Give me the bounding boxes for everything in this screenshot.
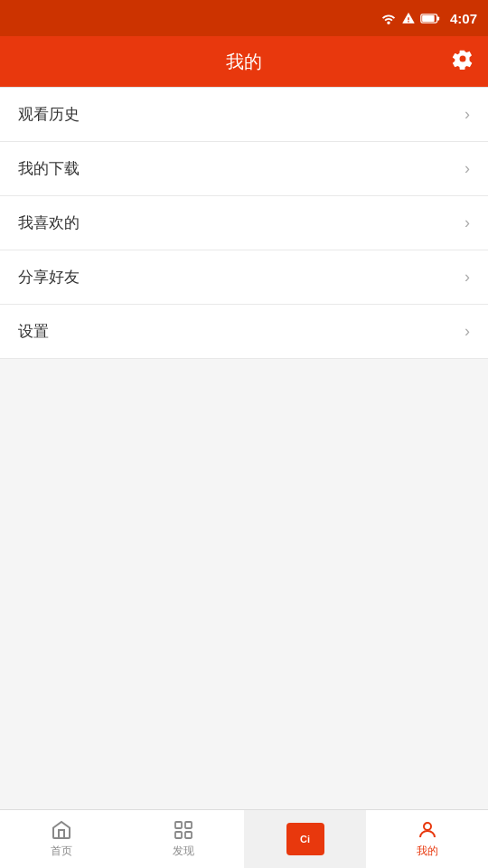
chevron-right-icon: › [465,268,470,287]
menu-item-share-label: 分享好友 [18,267,80,288]
nav-home-label: 首页 [51,844,72,859]
bottom-nav: 首页 发现 Ci 我的 [0,809,488,868]
menu-list: 观看历史 › 我的下载 › 我喜欢的 › 分享好友 › 设置 › [0,87,488,359]
nav-discover-label: 发现 [173,844,194,859]
status-icons: 4:07 [380,11,477,26]
menu-item-settings-label: 设置 [18,321,49,342]
page-title: 我的 [226,50,262,74]
nav-item-mine[interactable]: 我的 [366,810,488,868]
home-icon [51,819,72,841]
svg-point-10 [424,823,431,830]
wifi-icon [380,12,397,24]
nav-item-home[interactable]: 首页 [0,810,122,868]
logo-icon: Ci [286,823,324,855]
menu-item-settings[interactable]: 设置 › [0,305,488,359]
svg-rect-8 [175,832,182,838]
chevron-right-icon: › [465,105,470,124]
svg-rect-7 [185,822,192,828]
svg-rect-6 [175,822,182,828]
menu-item-history-label: 观看历史 [18,104,80,125]
settings-button[interactable] [452,48,474,75]
svg-rect-9 [185,832,192,838]
menu-item-favorites-label: 我喜欢的 [18,212,80,233]
svg-rect-4 [437,16,440,20]
status-bar: 4:07 [0,0,488,36]
menu-item-history[interactable]: 观看历史 › [0,88,488,142]
battery-icon [420,13,440,24]
svg-rect-5 [422,15,435,22]
menu-item-downloads-label: 我的下载 [18,158,80,179]
chevron-right-icon: › [465,213,470,232]
nav-item-discover[interactable]: 发现 [122,810,244,868]
signal-icon [401,12,416,24]
menu-item-favorites[interactable]: 我喜欢的 › [0,196,488,250]
content-area [0,359,488,808]
nav-item-logo[interactable]: Ci [244,810,366,868]
menu-item-downloads[interactable]: 我的下载 › [0,142,488,196]
svg-point-2 [408,21,409,23]
status-time: 4:07 [450,11,477,26]
chevron-right-icon: › [465,322,470,341]
menu-item-share[interactable]: 分享好友 › [0,250,488,305]
app-header: 我的 [0,36,488,87]
chevron-right-icon: › [465,159,470,178]
nav-mine-label: 我的 [417,844,438,859]
discover-icon [173,819,194,841]
person-icon [417,819,438,841]
